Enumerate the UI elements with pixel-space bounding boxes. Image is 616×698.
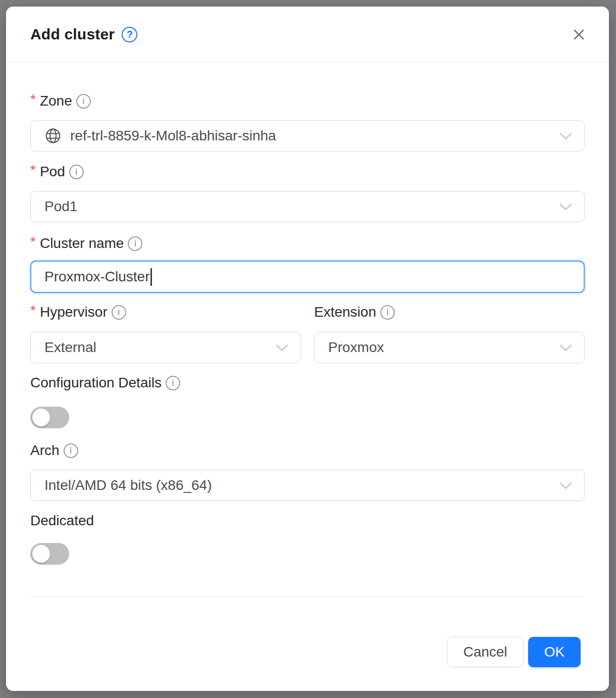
- hypervisor-label-text: Hypervisor: [40, 304, 108, 320]
- modal-header: Add cluster ?: [6, 7, 609, 63]
- extension-label-text: Extension: [314, 304, 376, 320]
- configuration-details-label: Configuration Details i: [30, 375, 585, 390]
- zone-label-text: Zone: [40, 93, 72, 109]
- extension-label: Extension i: [314, 304, 585, 320]
- text-cursor: [150, 268, 152, 286]
- zone-info-icon[interactable]: i: [76, 94, 91, 109]
- toggle-handle: [32, 409, 50, 426]
- hypervisor-select-value: External: [44, 339, 96, 356]
- pod-select-value: Pod1: [44, 198, 77, 215]
- zone-select-value: ref-trl-8859-k-Mol8-abhisar-sinha: [70, 128, 276, 144]
- cluster-name-label: * Cluster name i: [30, 236, 585, 251]
- close-button[interactable]: [569, 24, 589, 44]
- pod-label: * Pod i: [30, 164, 585, 179]
- cluster-name-info-icon[interactable]: i: [128, 236, 142, 251]
- hypervisor-select[interactable]: External: [30, 332, 301, 363]
- extension-info-icon[interactable]: i: [380, 305, 395, 320]
- ok-button[interactable]: OK: [528, 637, 581, 667]
- chevron-down-icon: [559, 482, 572, 490]
- chevron-down-icon: [559, 204, 572, 211]
- pod-info-icon[interactable]: i: [69, 165, 84, 179]
- close-icon: [571, 27, 587, 42]
- arch-label: Arch i: [30, 443, 585, 458]
- modal-footer: Cancel OK: [30, 597, 585, 667]
- pod-label-text: Pod: [40, 164, 65, 179]
- add-cluster-modal: Add cluster ? * Zone i ref-trl-8859-k-Mo…: [6, 7, 609, 691]
- chevron-down-icon: [559, 344, 572, 352]
- cluster-name-value: Proxmox-Cluster: [44, 269, 149, 285]
- arch-select-value: Intel/AMD 64 bits (x86_64): [44, 477, 212, 493]
- zone-label: * Zone i: [30, 93, 585, 109]
- globe-icon: [44, 127, 62, 144]
- chevron-down-icon: [276, 344, 288, 352]
- dedicated-toggle[interactable]: [30, 543, 69, 565]
- modal-overlay: { "modal": { "title": "Add cluster", "re…: [0, 0, 616, 698]
- hypervisor-extension-row: * Hypervisor i External Extension i P: [30, 304, 585, 363]
- toggle-handle: [32, 545, 50, 563]
- hypervisor-label: * Hypervisor i: [30, 304, 301, 320]
- required-marker: *: [30, 303, 36, 319]
- configuration-details-label-text: Configuration Details: [30, 375, 162, 390]
- zone-select[interactable]: ref-trl-8859-k-Mol8-abhisar-sinha: [30, 120, 585, 152]
- configuration-details-info-icon[interactable]: i: [166, 376, 180, 390]
- pod-select[interactable]: Pod1: [30, 191, 585, 222]
- required-marker: *: [30, 92, 36, 107]
- help-icon[interactable]: ?: [122, 27, 137, 42]
- required-marker: *: [30, 163, 36, 178]
- arch-select[interactable]: Intel/AMD 64 bits (x86_64): [30, 470, 585, 501]
- modal-body: * Zone i ref-trl-8859-k-Mol8-abhisar-sin…: [6, 63, 609, 667]
- dedicated-label: Dedicated: [30, 513, 585, 528]
- extension-select[interactable]: Proxmox: [314, 332, 585, 363]
- chevron-down-icon: [559, 133, 572, 140]
- configuration-details-toggle[interactable]: [30, 407, 69, 428]
- cluster-name-label-text: Cluster name: [40, 236, 124, 251]
- dedicated-label-text: Dedicated: [30, 513, 94, 528]
- extension-select-value: Proxmox: [328, 339, 384, 356]
- arch-info-icon[interactable]: i: [64, 443, 78, 458]
- cancel-button[interactable]: Cancel: [447, 637, 524, 667]
- required-marker: *: [30, 234, 36, 250]
- cluster-name-input[interactable]: Proxmox-Cluster: [30, 261, 585, 293]
- arch-label-text: Arch: [30, 443, 60, 458]
- page-title: Add cluster: [30, 26, 115, 43]
- hypervisor-info-icon[interactable]: i: [112, 305, 126, 320]
